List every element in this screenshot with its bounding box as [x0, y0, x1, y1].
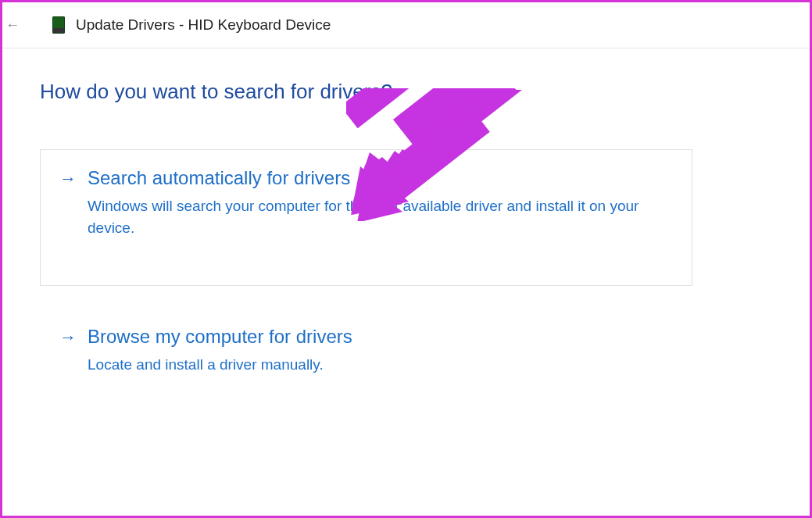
dialog-content: How do you want to search for drivers? →…	[2, 48, 810, 400]
page-heading: How do you want to search for drivers?	[40, 80, 772, 104]
option-description: Locate and install a driver manually.	[88, 354, 673, 376]
option-text-wrapper: Browse my computer for drivers Locate an…	[88, 326, 673, 376]
option-text-wrapper: Search automatically for drivers Windows…	[88, 167, 673, 238]
dialog-header: ← Update Drivers - HID Keyboard Device	[2, 2, 810, 48]
option-description: Windows will search your computer for th…	[88, 195, 673, 238]
dialog-title: Update Drivers - HID Keyboard Device	[76, 16, 331, 34]
option-browse-computer[interactable]: → Browse my computer for drivers Locate …	[40, 308, 692, 400]
option-search-automatically[interactable]: → Search automatically for drivers Windo…	[40, 149, 692, 286]
option-title: Search automatically for drivers	[88, 167, 673, 189]
device-icon	[52, 16, 65, 34]
option-title: Browse my computer for drivers	[88, 326, 673, 348]
arrow-right-icon: →	[59, 327, 77, 348]
arrow-right-icon: →	[59, 169, 77, 189]
back-arrow-icon[interactable]: ←	[2, 17, 23, 34]
